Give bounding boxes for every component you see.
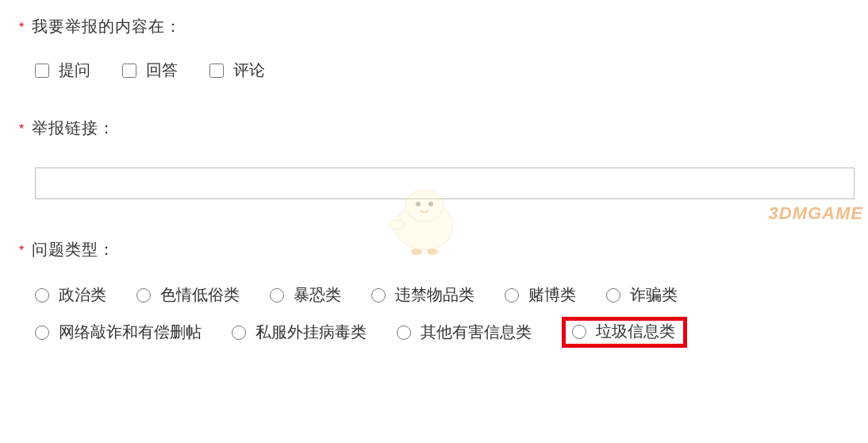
radio-item-fraud[interactable]: 诈骗类: [606, 283, 678, 307]
radio-harmful[interactable]: [397, 326, 411, 340]
radio-virus[interactable]: [232, 326, 246, 340]
input-report-link[interactable]: [35, 168, 855, 199]
checkbox-label-answer[interactable]: 回答: [146, 60, 178, 81]
checkbox-item-question[interactable]: 提问: [35, 60, 90, 81]
checkbox-comment[interactable]: [209, 64, 224, 78]
radio-label-vulgar[interactable]: 色情低俗类: [160, 284, 240, 306]
radio-terror[interactable]: [270, 288, 284, 302]
radio-label-terror[interactable]: 暴恐类: [294, 284, 341, 306]
radio-item-political[interactable]: 政治类: [35, 283, 106, 307]
radio-item-harmful[interactable]: 其他有害信息类: [397, 320, 532, 345]
checkbox-item-answer[interactable]: 回答: [122, 60, 178, 81]
required-asterisk: *: [19, 21, 24, 34]
radio-label-gambling[interactable]: 赌博类: [528, 284, 576, 306]
label-row-report-link: * 举报链接：: [19, 117, 849, 139]
checkbox-answer[interactable]: [122, 64, 136, 78]
section-report-link: * 举报链接：: [19, 117, 849, 199]
radio-spam[interactable]: [572, 325, 586, 339]
checkbox-label-comment[interactable]: 评论: [233, 60, 265, 81]
radio-item-prohibited[interactable]: 违禁物品类: [371, 283, 474, 307]
radio-gambling[interactable]: [505, 288, 519, 302]
radio-group-problem-type: 政治类 色情低俗类 暴恐类 违禁物品类 赌博类 诈骗类: [19, 283, 849, 348]
radio-label-prohibited[interactable]: 违禁物品类: [395, 284, 474, 306]
watermark-text: 3DMGAME: [769, 203, 863, 224]
required-asterisk: *: [19, 245, 24, 257]
radio-extortion[interactable]: [35, 326, 49, 340]
checkbox-item-comment[interactable]: 评论: [209, 60, 265, 81]
label-row-problem-type: * 问题类型：: [19, 239, 849, 260]
checkbox-question[interactable]: [35, 64, 49, 78]
radio-item-vulgar[interactable]: 色情低俗类: [136, 283, 240, 307]
radio-item-virus[interactable]: 私服外挂病毒类: [232, 320, 367, 345]
radio-label-harmful[interactable]: 其他有害信息类: [421, 322, 532, 343]
svg-point-4: [389, 220, 405, 229]
radio-label-political[interactable]: 政治类: [59, 284, 106, 306]
svg-point-2: [416, 202, 421, 206]
radio-row-1: 政治类 色情低俗类 暴恐类 违禁物品类 赌博类 诈骗类: [35, 283, 849, 307]
section-report-location: * 我要举报的内容在： 提问 回答 评论: [19, 16, 849, 81]
radio-item-terror[interactable]: 暴恐类: [270, 283, 341, 307]
radio-item-spam-highlighted[interactable]: 垃圾信息类: [562, 317, 687, 348]
label-report-link: 举报链接：: [32, 117, 115, 139]
radio-label-extortion[interactable]: 网络敲诈和有偿删帖: [59, 322, 202, 343]
checkbox-group-location: 提问 回答 评论: [19, 60, 849, 81]
label-report-location: 我要举报的内容在：: [32, 16, 182, 37]
label-problem-type: 问题类型：: [32, 239, 115, 260]
checkbox-label-question[interactable]: 提问: [59, 60, 90, 81]
radio-political[interactable]: [35, 288, 49, 302]
radio-label-virus[interactable]: 私服外挂病毒类: [255, 322, 367, 343]
radio-item-gambling[interactable]: 赌博类: [505, 283, 576, 307]
radio-item-extortion[interactable]: 网络敲诈和有偿删帖: [35, 320, 202, 345]
required-asterisk: *: [19, 123, 24, 136]
radio-label-spam[interactable]: 垃圾信息类: [596, 321, 675, 342]
radio-fraud[interactable]: [606, 288, 620, 302]
radio-label-fraud[interactable]: 诈骗类: [630, 284, 678, 306]
section-problem-type: * 问题类型： 政治类 色情低俗类 暴恐类 违禁物品类 赌博类: [19, 239, 849, 348]
radio-row-2: 网络敲诈和有偿删帖 私服外挂病毒类 其他有害信息类 垃圾信息类: [35, 317, 849, 348]
label-row-report-location: * 我要举报的内容在：: [19, 16, 849, 37]
radio-vulgar[interactable]: [136, 288, 151, 302]
radio-prohibited[interactable]: [371, 288, 386, 302]
svg-point-3: [428, 202, 433, 206]
